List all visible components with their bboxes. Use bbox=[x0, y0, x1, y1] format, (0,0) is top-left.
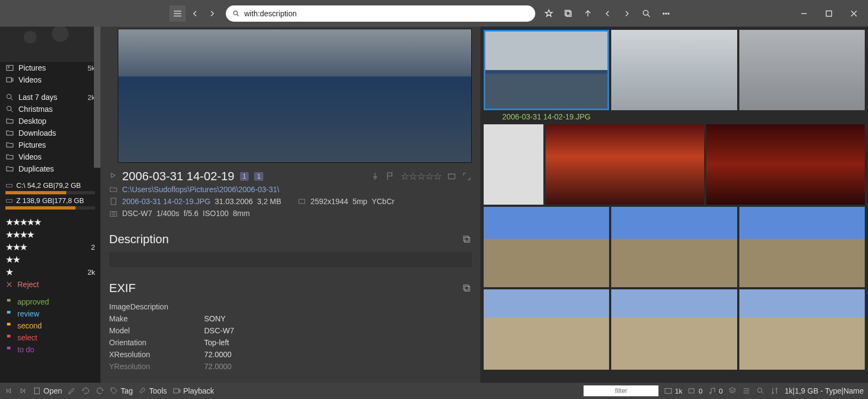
sidebar-item-videos[interactable]: Videos bbox=[0, 74, 100, 86]
reject-button[interactable]: Reject bbox=[0, 278, 100, 290]
copy-icon[interactable] bbox=[462, 283, 472, 293]
sidebar-item-last7days[interactable]: Last 7 days2k bbox=[0, 91, 100, 103]
svg-rect-23 bbox=[464, 285, 468, 290]
exif-row: ImageDescription bbox=[109, 301, 472, 313]
search-icon bbox=[5, 105, 14, 113]
dimensions-icon bbox=[297, 197, 306, 206]
thumbnail[interactable] bbox=[611, 207, 737, 287]
flag-second[interactable]: second bbox=[0, 320, 100, 332]
thumbnail[interactable] bbox=[546, 124, 704, 205]
sidebar: Pictures 5k Videos Last 7 days2k Christm… bbox=[0, 27, 100, 383]
window-icon[interactable] bbox=[447, 172, 457, 181]
flag-todo[interactable]: to do bbox=[0, 344, 100, 356]
drive-bar bbox=[5, 206, 95, 210]
flag-icon bbox=[5, 298, 13, 306]
copy-icon[interactable] bbox=[462, 235, 472, 244]
sidebar-item-pictures-folder[interactable]: Pictures bbox=[0, 139, 100, 151]
back-button[interactable] bbox=[187, 5, 203, 22]
badge: 1 bbox=[254, 172, 263, 181]
thumbnail[interactable]: 2006-03-31 14-02-19.JPG bbox=[484, 30, 609, 110]
flag-approved[interactable]: approved bbox=[0, 296, 100, 308]
bottombar: Open Tag Tools Playback 1k 0 0 1k|1,9 GB… bbox=[0, 383, 868, 399]
rating-5[interactable]: ★★★★★ bbox=[0, 216, 100, 229]
search-input[interactable] bbox=[244, 9, 529, 18]
tools-button[interactable]: Tools bbox=[138, 387, 167, 395]
edit-button[interactable] bbox=[67, 387, 76, 395]
svg-rect-10 bbox=[7, 78, 11, 82]
file-icon bbox=[109, 197, 118, 206]
minimize-button[interactable] bbox=[793, 5, 815, 22]
svg-point-6 bbox=[668, 12, 669, 14]
map-thumbnail[interactable] bbox=[0, 27, 100, 62]
zoom-button[interactable] bbox=[756, 387, 765, 395]
svg-rect-2 bbox=[565, 10, 570, 15]
path-link[interactable]: C:\Users\Sudoflops\Pictures\2006\2006-03… bbox=[122, 185, 280, 194]
playback-button[interactable]: Playback bbox=[173, 387, 214, 395]
layers-button[interactable] bbox=[728, 387, 737, 395]
flag-icon[interactable] bbox=[385, 172, 395, 181]
menu-button[interactable] bbox=[169, 5, 186, 22]
iso: ISO100 bbox=[203, 209, 229, 218]
description-field[interactable] bbox=[109, 252, 472, 267]
maximize-button[interactable] bbox=[818, 5, 840, 22]
next-button[interactable] bbox=[619, 5, 635, 22]
last-button[interactable] bbox=[18, 387, 27, 395]
sidebar-item-christmas[interactable]: Christmas bbox=[0, 103, 100, 115]
filter-input[interactable] bbox=[584, 385, 658, 396]
sidebar-item-downloads[interactable]: Downloads bbox=[0, 127, 100, 139]
folder-icon bbox=[5, 153, 14, 161]
flag-select[interactable]: select bbox=[0, 332, 100, 344]
sidebar-item-desktop[interactable]: Desktop bbox=[0, 115, 100, 127]
sidebar-scrollbar[interactable] bbox=[94, 27, 100, 168]
rotate-right-button[interactable] bbox=[96, 387, 104, 395]
preview-image[interactable] bbox=[118, 29, 472, 163]
search-box[interactable] bbox=[226, 5, 535, 22]
open-button[interactable]: Open bbox=[33, 387, 62, 395]
images-icon bbox=[5, 64, 14, 72]
filename-link[interactable]: 2006-03-31 14-02-19.JPG bbox=[122, 197, 211, 206]
expand-icon[interactable] bbox=[462, 172, 472, 181]
thumbnail[interactable] bbox=[739, 30, 865, 110]
thumbnail[interactable] bbox=[739, 207, 865, 287]
thumbnail[interactable] bbox=[484, 207, 609, 287]
thumbnail[interactable] bbox=[739, 289, 865, 370]
prev-button[interactable] bbox=[599, 5, 616, 22]
drive-z[interactable]: Z 138,9 GB|177,8 GB bbox=[0, 195, 100, 211]
search-toggle[interactable] bbox=[638, 5, 655, 22]
camera-model: DSC-W7 bbox=[122, 209, 152, 218]
pin-icon[interactable] bbox=[370, 172, 380, 181]
sort-button[interactable] bbox=[770, 387, 779, 395]
file-date: 31.03.2006 bbox=[215, 197, 253, 206]
first-button[interactable] bbox=[4, 387, 13, 395]
favorite-button[interactable] bbox=[541, 5, 557, 22]
rating-1[interactable]: ★2k bbox=[0, 266, 100, 278]
rotate-left-button[interactable] bbox=[81, 387, 90, 395]
forward-button[interactable] bbox=[204, 5, 220, 22]
thumbnail[interactable] bbox=[611, 30, 737, 110]
play-button[interactable] bbox=[109, 172, 117, 181]
rating-2[interactable]: ★★ bbox=[0, 254, 100, 266]
search-icon bbox=[232, 10, 240, 17]
dimensions: 2592x1944 bbox=[311, 197, 348, 206]
thumbnail[interactable] bbox=[706, 124, 865, 205]
sidebar-item-videos-folder[interactable]: Videos bbox=[0, 151, 100, 163]
thumbnail[interactable] bbox=[611, 289, 737, 370]
rating-4[interactable]: ★★★★ bbox=[0, 229, 100, 241]
tag-button[interactable]: Tag bbox=[110, 387, 133, 395]
more-button[interactable] bbox=[658, 5, 674, 22]
list-view-button[interactable] bbox=[742, 387, 751, 395]
thumbnail[interactable] bbox=[484, 289, 609, 370]
drive-c[interactable]: C:\ 54,2 GB|79,2 GB bbox=[0, 180, 100, 195]
up-button[interactable] bbox=[580, 5, 596, 22]
sidebar-item-duplicates[interactable]: Duplicates bbox=[0, 163, 100, 175]
sidebar-item-pictures[interactable]: Pictures 5k bbox=[0, 62, 100, 74]
copy-button[interactable] bbox=[560, 5, 576, 22]
flag-review[interactable]: review bbox=[0, 308, 100, 320]
thumbnail[interactable] bbox=[484, 124, 543, 205]
folder-icon bbox=[5, 141, 14, 149]
description-heading: Description bbox=[109, 229, 472, 250]
close-button[interactable] bbox=[843, 5, 865, 22]
rating-stars[interactable]: ☆☆☆☆☆ bbox=[401, 170, 441, 182]
flag-icon bbox=[5, 310, 13, 318]
rating-3[interactable]: ★★★2 bbox=[0, 241, 100, 254]
